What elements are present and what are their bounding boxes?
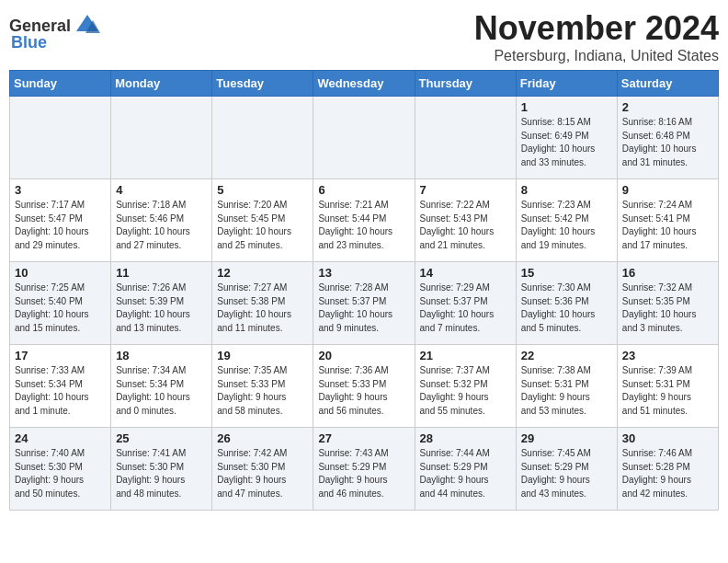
calendar-week-row: 3Sunrise: 7:17 AM Sunset: 5:47 PM Daylig… xyxy=(10,179,719,262)
calendar-week-row: 1Sunrise: 8:15 AM Sunset: 6:49 PM Daylig… xyxy=(10,97,719,179)
day-number: 25 xyxy=(116,431,207,445)
weekday-header-thursday: Thursday xyxy=(415,71,516,97)
calendar-week-row: 10Sunrise: 7:25 AM Sunset: 5:40 PM Dayli… xyxy=(10,262,719,345)
day-info: Sunrise: 7:23 AM Sunset: 5:42 PM Dayligh… xyxy=(521,199,612,252)
location-subtitle: Petersburg, Indiana, United States xyxy=(474,48,719,64)
day-number: 29 xyxy=(521,431,612,445)
calendar-cell xyxy=(313,97,415,179)
day-number: 3 xyxy=(15,183,106,197)
calendar-cell: 19Sunrise: 7:35 AM Sunset: 5:33 PM Dayli… xyxy=(212,345,313,428)
calendar-cell: 21Sunrise: 7:37 AM Sunset: 5:32 PM Dayli… xyxy=(415,345,516,428)
calendar-table: SundayMondayTuesdayWednesdayThursdayFrid… xyxy=(9,70,719,511)
calendar-cell: 20Sunrise: 7:36 AM Sunset: 5:33 PM Dayli… xyxy=(313,345,415,428)
day-info: Sunrise: 7:28 AM Sunset: 5:37 PM Dayligh… xyxy=(318,282,409,335)
day-info: Sunrise: 7:42 AM Sunset: 5:30 PM Dayligh… xyxy=(217,447,308,500)
day-info: Sunrise: 7:29 AM Sunset: 5:37 PM Dayligh… xyxy=(420,282,511,335)
day-info: Sunrise: 7:44 AM Sunset: 5:29 PM Dayligh… xyxy=(420,447,511,500)
day-info: Sunrise: 7:35 AM Sunset: 5:33 PM Dayligh… xyxy=(217,364,308,418)
day-number: 24 xyxy=(15,431,106,445)
calendar-cell: 2Sunrise: 8:16 AM Sunset: 6:48 PM Daylig… xyxy=(617,97,718,179)
day-number: 30 xyxy=(622,431,713,445)
day-info: Sunrise: 8:15 AM Sunset: 6:49 PM Dayligh… xyxy=(521,116,612,169)
weekday-header-tuesday: Tuesday xyxy=(212,71,313,97)
calendar-cell: 8Sunrise: 7:23 AM Sunset: 5:42 PM Daylig… xyxy=(516,179,617,262)
day-info: Sunrise: 7:20 AM Sunset: 5:45 PM Dayligh… xyxy=(217,199,308,252)
day-info: Sunrise: 7:22 AM Sunset: 5:43 PM Dayligh… xyxy=(420,199,511,252)
calendar-cell: 13Sunrise: 7:28 AM Sunset: 5:37 PM Dayli… xyxy=(313,262,415,345)
day-number: 10 xyxy=(15,266,106,280)
calendar-cell: 26Sunrise: 7:42 AM Sunset: 5:30 PM Dayli… xyxy=(212,428,313,511)
calendar-cell: 11Sunrise: 7:26 AM Sunset: 5:39 PM Dayli… xyxy=(111,262,212,345)
calendar-cell: 28Sunrise: 7:44 AM Sunset: 5:29 PM Dayli… xyxy=(415,428,516,511)
day-number: 23 xyxy=(622,349,713,362)
calendar-cell xyxy=(415,97,516,179)
day-info: Sunrise: 7:38 AM Sunset: 5:31 PM Dayligh… xyxy=(521,364,612,418)
calendar-cell: 3Sunrise: 7:17 AM Sunset: 5:47 PM Daylig… xyxy=(10,179,111,262)
day-info: Sunrise: 7:24 AM Sunset: 5:41 PM Dayligh… xyxy=(622,199,713,252)
day-info: Sunrise: 7:17 AM Sunset: 5:47 PM Dayligh… xyxy=(15,199,106,252)
day-number: 6 xyxy=(318,183,409,197)
calendar-cell: 22Sunrise: 7:38 AM Sunset: 5:31 PM Dayli… xyxy=(516,345,617,428)
logo-icon xyxy=(74,13,100,39)
day-number: 11 xyxy=(116,266,207,280)
day-info: Sunrise: 7:36 AM Sunset: 5:33 PM Dayligh… xyxy=(318,364,409,418)
day-number: 20 xyxy=(318,349,409,362)
day-info: Sunrise: 7:39 AM Sunset: 5:31 PM Dayligh… xyxy=(622,364,713,418)
day-number: 7 xyxy=(420,183,511,197)
calendar-cell: 1Sunrise: 8:15 AM Sunset: 6:49 PM Daylig… xyxy=(516,97,617,179)
day-number: 4 xyxy=(116,183,207,197)
calendar-cell: 7Sunrise: 7:22 AM Sunset: 5:43 PM Daylig… xyxy=(415,179,516,262)
day-info: Sunrise: 8:16 AM Sunset: 6:48 PM Dayligh… xyxy=(622,116,713,169)
calendar-cell: 10Sunrise: 7:25 AM Sunset: 5:40 PM Dayli… xyxy=(10,262,111,345)
calendar-cell: 12Sunrise: 7:27 AM Sunset: 5:38 PM Dayli… xyxy=(212,262,313,345)
day-number: 5 xyxy=(217,183,308,197)
calendar-cell: 14Sunrise: 7:29 AM Sunset: 5:37 PM Dayli… xyxy=(415,262,516,345)
title-area: November 2024 Petersburg, Indiana, Unite… xyxy=(474,9,719,64)
calendar-cell xyxy=(10,97,111,179)
calendar-week-row: 17Sunrise: 7:33 AM Sunset: 5:34 PM Dayli… xyxy=(10,345,719,428)
weekday-header-saturday: Saturday xyxy=(617,71,718,97)
month-year-title: November 2024 xyxy=(474,9,719,48)
day-info: Sunrise: 7:18 AM Sunset: 5:46 PM Dayligh… xyxy=(116,199,207,252)
day-info: Sunrise: 7:32 AM Sunset: 5:35 PM Dayligh… xyxy=(622,282,713,335)
calendar-cell xyxy=(111,97,212,179)
day-number: 1 xyxy=(521,100,612,114)
day-info: Sunrise: 7:26 AM Sunset: 5:39 PM Dayligh… xyxy=(116,282,207,335)
calendar-cell: 23Sunrise: 7:39 AM Sunset: 5:31 PM Dayli… xyxy=(617,345,718,428)
calendar-body: 1Sunrise: 8:15 AM Sunset: 6:49 PM Daylig… xyxy=(10,97,719,511)
weekday-header-sunday: Sunday xyxy=(10,71,111,97)
day-number: 22 xyxy=(521,349,612,362)
day-info: Sunrise: 7:21 AM Sunset: 5:44 PM Dayligh… xyxy=(318,199,409,252)
weekday-header-row: SundayMondayTuesdayWednesdayThursdayFrid… xyxy=(10,71,719,97)
day-number: 18 xyxy=(116,349,207,362)
day-info: Sunrise: 7:27 AM Sunset: 5:38 PM Dayligh… xyxy=(217,282,308,335)
day-info: Sunrise: 7:30 AM Sunset: 5:36 PM Dayligh… xyxy=(521,282,612,335)
weekday-header-friday: Friday xyxy=(516,71,617,97)
calendar-cell: 29Sunrise: 7:45 AM Sunset: 5:29 PM Dayli… xyxy=(516,428,617,511)
weekday-header-monday: Monday xyxy=(111,71,212,97)
day-number: 26 xyxy=(217,431,308,445)
day-number: 8 xyxy=(521,183,612,197)
day-info: Sunrise: 7:33 AM Sunset: 5:34 PM Dayligh… xyxy=(15,364,106,418)
page-header: General Blue November 2024 Petersburg, I… xyxy=(9,9,719,64)
day-number: 16 xyxy=(622,266,713,280)
calendar-cell: 15Sunrise: 7:30 AM Sunset: 5:36 PM Dayli… xyxy=(516,262,617,345)
calendar-week-row: 24Sunrise: 7:40 AM Sunset: 5:30 PM Dayli… xyxy=(10,428,719,511)
calendar-cell: 27Sunrise: 7:43 AM Sunset: 5:29 PM Dayli… xyxy=(313,428,415,511)
calendar-cell: 30Sunrise: 7:46 AM Sunset: 5:28 PM Dayli… xyxy=(617,428,718,511)
day-number: 17 xyxy=(15,349,106,362)
calendar-cell: 4Sunrise: 7:18 AM Sunset: 5:46 PM Daylig… xyxy=(111,179,212,262)
day-number: 21 xyxy=(420,349,511,362)
day-info: Sunrise: 7:46 AM Sunset: 5:28 PM Dayligh… xyxy=(622,447,713,500)
day-number: 19 xyxy=(217,349,308,362)
day-number: 27 xyxy=(318,431,409,445)
calendar-cell: 24Sunrise: 7:40 AM Sunset: 5:30 PM Dayli… xyxy=(10,428,111,511)
day-info: Sunrise: 7:25 AM Sunset: 5:40 PM Dayligh… xyxy=(15,282,106,335)
calendar-cell: 5Sunrise: 7:20 AM Sunset: 5:45 PM Daylig… xyxy=(212,179,313,262)
day-info: Sunrise: 7:41 AM Sunset: 5:30 PM Dayligh… xyxy=(116,447,207,500)
day-number: 2 xyxy=(622,100,713,114)
weekday-header-wednesday: Wednesday xyxy=(313,71,415,97)
day-number: 14 xyxy=(420,266,511,280)
logo-blue: Blue xyxy=(11,33,47,52)
calendar-cell: 25Sunrise: 7:41 AM Sunset: 5:30 PM Dayli… xyxy=(111,428,212,511)
